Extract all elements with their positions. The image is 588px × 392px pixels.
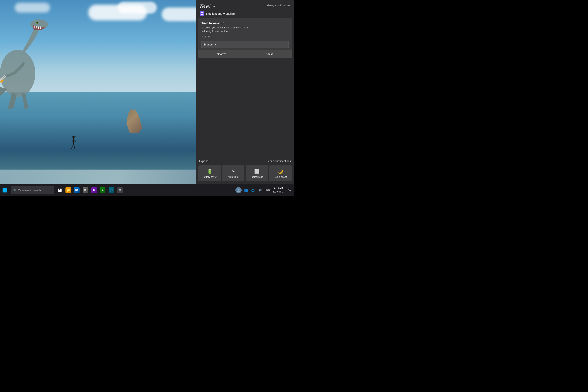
- notification-body: To prove you're awake, select which of t…: [198, 26, 292, 34]
- battery-saver-icon: 🔋: [207, 169, 212, 174]
- snooze-button[interactable]: Snooze: [198, 50, 245, 58]
- fruit-dropdown[interactable]: Blueberry ⌄: [202, 41, 288, 48]
- clock-date: 2019-07-03: [273, 190, 284, 194]
- calculator-icon: 🖩: [83, 188, 88, 193]
- action-center-header: New! → Manage notifications: [196, 0, 294, 10]
- svg-rect-19: [201, 12, 202, 13]
- solitaire-icon: ♠: [100, 188, 106, 193]
- windows-logo-icon: [2, 188, 7, 192]
- multitasking-icon: ⊞: [117, 188, 123, 193]
- svg-rect-29: [58, 190, 59, 192]
- battery-saver-label: Battery saver: [203, 176, 216, 178]
- manage-notifications-link[interactable]: Manage notifications: [267, 4, 290, 7]
- notification-title: Time to wake up!: [202, 21, 225, 25]
- svg-line-16: [72, 148, 72, 150]
- taskbar-apps: 📁 🛍 🖩 N ♠ 🎵 ⊞: [64, 184, 234, 196]
- speaker-tray-icon[interactable]: 🔊: [256, 184, 264, 196]
- svg-point-31: [238, 188, 240, 190]
- notification-card-header: Time to wake up! ⌃: [198, 18, 292, 26]
- clock-time: 8:19 AM: [274, 187, 283, 190]
- focus-assist-icon: 🌙: [278, 169, 283, 174]
- dismiss-button[interactable]: Dismiss: [245, 50, 292, 58]
- svg-rect-27: [58, 188, 59, 190]
- runner-silhouette: [70, 136, 76, 151]
- cloud-4: [15, 3, 50, 12]
- task-view-button[interactable]: [55, 184, 64, 196]
- store-icon: 🛍: [74, 188, 80, 193]
- svg-point-3: [37, 22, 38, 23]
- people-tray-icon[interactable]: 👥: [242, 184, 250, 196]
- taskbar: 🔍 Type here to search 📁 🛍 🖩 N ♠ 🎵: [0, 184, 294, 196]
- notification-actions: Snooze Dismiss: [198, 50, 292, 58]
- start-button[interactable]: [0, 184, 10, 196]
- network-tray-icon[interactable]: 🌐: [250, 184, 256, 196]
- night-light-icon: ☀: [231, 169, 235, 174]
- search-bar[interactable]: 🔍 Type here to search: [11, 186, 54, 194]
- notification-spacer: [196, 60, 294, 157]
- quick-actions-grid: 🔋 Battery saver ☀ Night light ⬜ Tablet m…: [196, 164, 294, 184]
- search-icon: 🔍: [13, 188, 17, 192]
- dinosaur-illustration: C C C: [0, 18, 49, 112]
- network-icon: 🌐: [251, 188, 254, 192]
- app-name: Notifications Visualizer: [206, 12, 236, 15]
- file-explorer-icon: 📁: [66, 188, 71, 193]
- expand-clear-row: Expand Clear all notifications: [196, 157, 294, 164]
- svg-line-15: [72, 144, 74, 148]
- music-icon: 🎵: [108, 188, 114, 193]
- quick-tile-night-light[interactable]: ☀ Night light: [222, 166, 244, 181]
- speaker-icon: 🔊: [258, 188, 262, 192]
- notification-center-button[interactable]: 🗨: [286, 184, 293, 196]
- action-center-bottom: Expand Clear all notifications 🔋 Battery…: [196, 157, 294, 184]
- taskbar-app-file-explorer[interactable]: 📁: [64, 184, 72, 196]
- focus-assist-label: Focus assist: [274, 176, 287, 178]
- search-placeholder: Type here to search: [18, 189, 41, 192]
- svg-rect-28: [60, 188, 62, 190]
- taskbar-app-multitasking[interactable]: ⊞: [116, 184, 124, 196]
- user-avatar[interactable]: [236, 187, 242, 193]
- new-badge: New! →: [200, 3, 216, 9]
- svg-rect-21: [201, 14, 202, 15]
- language-indicator[interactable]: ENG: [264, 189, 271, 192]
- collapse-button[interactable]: ⌃: [286, 21, 288, 25]
- expand-link[interactable]: Expand: [199, 160, 208, 163]
- svg-rect-30: [59, 190, 62, 192]
- avatar-icon: [236, 188, 241, 192]
- taskbar-app-onenote[interactable]: N: [90, 184, 98, 196]
- notification-card: Time to wake up! ⌃ To prove you're awake…: [198, 18, 292, 58]
- taskbar-app-store[interactable]: 🛍: [72, 184, 81, 196]
- taskbar-app-calculator[interactable]: 🖩: [81, 184, 90, 196]
- quick-tile-focus-assist[interactable]: 🌙 Focus assist: [269, 166, 292, 181]
- cloud-2: [118, 2, 157, 14]
- tablet-mode-icon: ⬜: [254, 169, 260, 174]
- clock-area[interactable]: 8:19 AM 2019-07-03: [271, 187, 286, 194]
- quick-tile-battery-saver[interactable]: 🔋 Battery saver: [198, 166, 221, 181]
- notification-time: 8:18 AM: [198, 34, 292, 40]
- taskbar-app-music[interactable]: 🎵: [107, 184, 116, 196]
- svg-rect-23: [2, 188, 5, 190]
- onenote-icon: N: [91, 188, 97, 193]
- quick-tile-tablet-mode[interactable]: ⬜ Tablet mode: [246, 166, 268, 181]
- svg-rect-22: [202, 14, 204, 15]
- svg-line-17: [74, 144, 75, 147]
- night-light-label: Night light: [228, 176, 238, 178]
- clear-all-link[interactable]: Clear all notifications: [266, 160, 291, 163]
- svg-line-18: [74, 147, 75, 149]
- app-icon: [200, 11, 204, 16]
- notification-icon: 🗨: [288, 188, 291, 192]
- svg-rect-20: [202, 12, 204, 13]
- chevron-down-icon: ⌄: [284, 42, 286, 46]
- task-view-icon: [58, 188, 62, 192]
- svg-rect-26: [5, 190, 7, 192]
- taskbar-app-solitaire[interactable]: ♠: [98, 184, 107, 196]
- action-center-panel: New! → Manage notifications Notification…: [196, 0, 294, 184]
- dropdown-value: Blueberry: [204, 43, 216, 46]
- system-tray: 👥 🌐 🔊 ENG 8:19 AM 2019-07-03 🗨: [234, 184, 293, 196]
- svg-rect-24: [5, 188, 7, 190]
- notification-app-header: Notifications Visualizer: [196, 10, 294, 18]
- people-icon: 👥: [244, 188, 248, 192]
- tablet-mode-label: Tablet mode: [250, 176, 263, 178]
- svg-rect-25: [2, 190, 5, 192]
